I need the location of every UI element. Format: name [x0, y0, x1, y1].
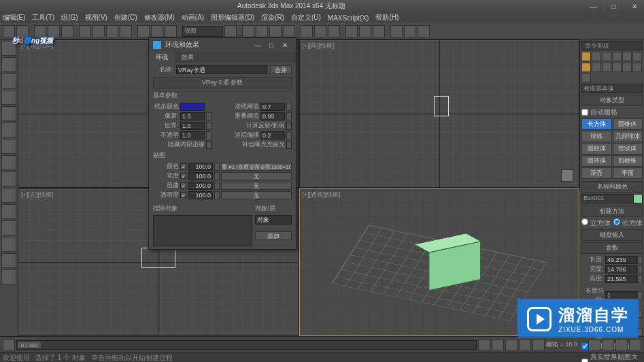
- map3-check[interactable]: ✓: [180, 182, 186, 188]
- nav-1[interactable]: [588, 339, 600, 351]
- tool-curve[interactable]: [345, 25, 358, 37]
- normal-thresh[interactable]: 0.7: [260, 103, 285, 111]
- display-tab-icon[interactable]: [622, 52, 632, 61]
- cameras-icon[interactable]: [612, 63, 622, 72]
- menu-tools[interactable]: 工具(T): [32, 13, 54, 22]
- tab-environment[interactable]: 环境: [149, 52, 175, 63]
- type-pyramid[interactable]: 四棱锥: [613, 155, 643, 167]
- menu-create[interactable]: 创建(C): [114, 13, 137, 22]
- menu-help[interactable]: 帮助(H): [375, 13, 399, 22]
- object-name-field[interactable]: Box001: [581, 194, 632, 203]
- menu-edit[interactable]: 编辑(E): [3, 13, 25, 22]
- menu-view[interactable]: 视图(V): [85, 13, 107, 22]
- left-btn-5[interactable]: [1, 106, 16, 121]
- section-params[interactable]: 参数: [581, 242, 643, 254]
- color-swatch[interactable]: [633, 194, 643, 203]
- pixel-spinner[interactable]: 1.5: [180, 112, 205, 120]
- refl-checkbox[interactable]: [286, 122, 292, 130]
- section-keyboard[interactable]: 键盘输入: [581, 229, 643, 241]
- world-spinner[interactable]: 1.0: [180, 122, 205, 130]
- left-btn-3[interactable]: [1, 73, 16, 88]
- left-btn-6[interactable]: [1, 122, 16, 137]
- map4-check[interactable]: ✓: [180, 192, 186, 198]
- exclude-list[interactable]: [153, 215, 252, 246]
- lights-icon[interactable]: [602, 63, 611, 72]
- height-spinner[interactable]: 21.595: [605, 275, 637, 283]
- tool-filter[interactable]: [120, 25, 132, 37]
- maximize-button[interactable]: □: [603, 0, 624, 12]
- left-btn-8[interactable]: [1, 155, 16, 170]
- left-btn-2[interactable]: [1, 57, 16, 72]
- map3-button[interactable]: 无: [221, 182, 292, 190]
- type-cone[interactable]: 圆锥体: [613, 118, 643, 130]
- menu-script[interactable]: MAXScript(X): [328, 14, 369, 22]
- cube-icon[interactable]: [561, 169, 573, 182]
- play-start[interactable]: [478, 339, 490, 351]
- map2-button[interactable]: 无: [221, 172, 292, 180]
- tool-percent[interactable]: [269, 25, 282, 37]
- tool-render-setup[interactable]: [390, 25, 403, 37]
- minimize-button[interactable]: —: [583, 0, 603, 12]
- length-spinner[interactable]: 49.239: [605, 256, 637, 264]
- dialog-minimize[interactable]: —: [251, 42, 265, 49]
- tool-layer[interactable]: [328, 25, 340, 37]
- tool-select[interactable]: [79, 25, 91, 37]
- tool-rotate[interactable]: [151, 25, 163, 37]
- tab-effects[interactable]: 效果: [175, 52, 201, 63]
- type-plane[interactable]: 平面: [613, 167, 643, 179]
- helpers-icon[interactable]: [622, 63, 632, 72]
- left-btn-4[interactable]: [1, 90, 16, 105]
- play-play[interactable]: [505, 339, 518, 351]
- map1-button[interactable]: 图 #1 (百度桌面桌面1920×1080_看图王.jpg): [221, 163, 292, 171]
- motion-tab-icon[interactable]: [612, 52, 622, 61]
- nav-2[interactable]: [602, 339, 614, 351]
- left-btn-11[interactable]: [1, 204, 16, 219]
- section-method[interactable]: 创建方法: [581, 205, 643, 217]
- map1-check[interactable]: ✓: [180, 163, 186, 169]
- time-slider[interactable]: 0 / 100: [16, 340, 477, 350]
- hide-edges-checkbox[interactable]: [206, 141, 211, 149]
- type-geosphere[interactable]: 几何球体: [613, 131, 643, 142]
- nav-4[interactable]: [629, 339, 641, 351]
- tool-snap[interactable]: [242, 25, 254, 37]
- shapes-icon[interactable]: [592, 63, 601, 72]
- tool-render[interactable]: [418, 25, 430, 37]
- tool-region[interactable]: [106, 25, 118, 37]
- modify-tab-icon[interactable]: [592, 52, 601, 61]
- width-spinner[interactable]: 14.786: [605, 265, 637, 274]
- tool-spinner[interactable]: [283, 25, 295, 37]
- dialog-close[interactable]: ✕: [278, 42, 292, 49]
- viewport-front[interactable]: [+][前][线框]: [299, 39, 580, 188]
- type-torus[interactable]: 圆环体: [581, 155, 612, 167]
- trace-bias[interactable]: 0.2: [260, 131, 285, 139]
- menu-custom[interactable]: 自定义(U): [291, 13, 321, 22]
- section-vraytoon[interactable]: VRay卡通 参数: [153, 77, 292, 88]
- tool-material[interactable]: [373, 25, 385, 37]
- play-end[interactable]: [532, 339, 545, 351]
- type-box[interactable]: 长方体: [581, 118, 612, 130]
- tool-schematic[interactable]: [359, 25, 371, 37]
- effect-name-field[interactable]: VRay卡通: [176, 65, 267, 74]
- systems-icon[interactable]: [581, 73, 591, 82]
- type-teapot[interactable]: 茶壶: [581, 167, 612, 179]
- section-name-color[interactable]: 名称和颜色: [581, 181, 643, 193]
- left-btn-7[interactable]: [1, 139, 16, 154]
- tool-center[interactable]: [224, 25, 237, 37]
- exclude-type-dropdown[interactable]: 对象: [255, 215, 292, 225]
- add-button[interactable]: 添加: [255, 231, 292, 240]
- type-cylinder[interactable]: 圆柱体: [581, 143, 612, 154]
- menu-anim[interactable]: 动画(A): [182, 13, 204, 22]
- tool-render-frame[interactable]: [404, 25, 416, 37]
- menu-graph[interactable]: 图形编辑器(D): [211, 13, 254, 22]
- coord-dropdown[interactable]: 视图: [182, 26, 223, 37]
- section-object-type[interactable]: 对象类型: [581, 95, 643, 106]
- type-sphere[interactable]: 球体: [581, 131, 612, 142]
- play-next[interactable]: [519, 339, 531, 351]
- tool-mirror[interactable]: [301, 25, 313, 37]
- left-btn-14[interactable]: [1, 253, 16, 268]
- dialog-maximize[interactable]: □: [265, 42, 278, 49]
- create-tab-icon[interactable]: [581, 52, 591, 61]
- timeline-config[interactable]: [3, 339, 15, 351]
- auto-grid-checkbox[interactable]: [581, 109, 588, 116]
- type-tube[interactable]: 管状体: [613, 143, 643, 154]
